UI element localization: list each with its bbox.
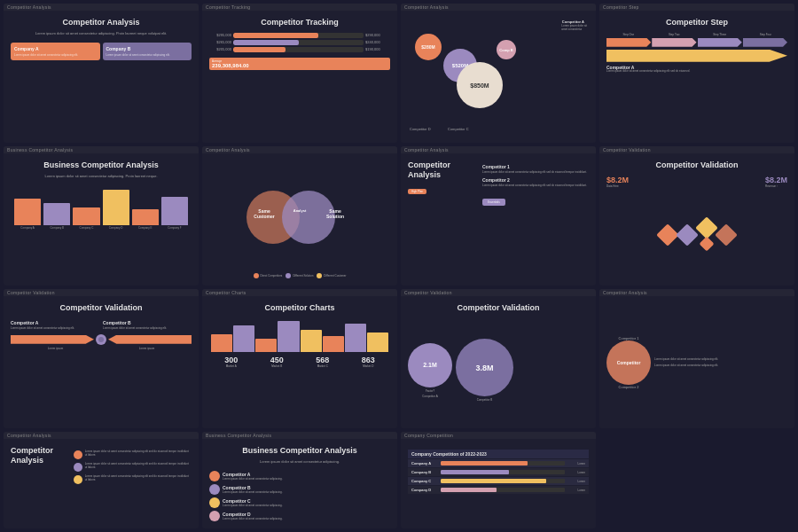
- slide-4-label: Competitor Step: [599, 4, 794, 11]
- bar-1a: [14, 199, 41, 225]
- venn-label-2: SameSolution: [321, 208, 349, 219]
- table-track-15-1: [441, 461, 565, 466]
- chart-bar-8: [367, 332, 388, 352]
- arrow-label-right: Lorem ipsum: [102, 347, 192, 350]
- slide-13-label: Competitor Analysis: [4, 432, 199, 439]
- table-pct-15-2: Lorem: [567, 471, 585, 474]
- arrow-left: [11, 335, 94, 344]
- diamonds-container: [606, 192, 787, 278]
- slide-2-stats: Average 239,308,984.00: [209, 58, 390, 70]
- legend-dot-3: [317, 273, 322, 278]
- slide-10-label: Competitor Charts: [202, 289, 397, 296]
- slide-8-values: $8.2M Data Here $8.2M Revenue ↑: [606, 176, 787, 188]
- slide-10-chart: [209, 317, 390, 352]
- circle-2-value: 3.8M: [475, 364, 493, 372]
- bar-col-6: Company F: [161, 197, 188, 230]
- table-row-15-2: Company B Lorem: [408, 468, 589, 476]
- slide-comp-circular: Competitor Analysis Competitor 1 Competi…: [599, 289, 794, 428]
- circle-1: 2.1M: [408, 343, 452, 387]
- slide-4-arrows: [606, 38, 787, 47]
- slide-7-left: CompetitorAnalysis High Plan: [408, 160, 479, 278]
- comp-desc-14-3: Lorem ipsum dolor sit amet consectetur a…: [223, 504, 390, 507]
- bar-col-3: Company C: [73, 207, 99, 230]
- slide-12-right: Lorem ipsum dolor sit amet consectetur a…: [651, 357, 787, 367]
- slide-9-arrows: [11, 334, 192, 345]
- table-header-15: Company Competition of 2022-2023: [408, 450, 589, 458]
- slide-5-label: Business Competitor Analysis: [4, 146, 199, 153]
- stat-val-4: 863: [347, 356, 391, 364]
- slide-comp-analysis-list: Competitor Analysis CompetitorAnalysis H…: [401, 146, 596, 286]
- comp-table-15: Company Competition of 2022-2023 Company…: [408, 450, 589, 494]
- slide-2-bars: $295,000 $290,000 $265,000 $240,000 $205…: [209, 33, 390, 54]
- center-text-12: Competitor: [617, 360, 641, 365]
- slide-7-title: CompetitorAnalysis: [408, 160, 479, 180]
- venn-legend: Direct Competitors Different Solution Di…: [209, 273, 390, 278]
- slide-4-comp-info: Competitor A Lorem ipsum dolor sit amet …: [606, 65, 787, 74]
- list-item-row-3: Lorem ipsum dolor sit amet consectetur a…: [74, 474, 192, 484]
- slide-2-stat-box: Average 239,308,984.00: [209, 58, 390, 70]
- bar-col-label-1: Company A: [20, 226, 35, 230]
- slide-10-stats: 300 Market A 450 Market B 568 Market C 8…: [209, 356, 390, 368]
- val1: $8.2M: [606, 176, 629, 184]
- slide-14-title: Business Competitor Analysis: [209, 446, 390, 456]
- comp-rows-14: Competitor A Lorem ipsum dolor sit amet …: [209, 471, 390, 521]
- bar-4a: [103, 190, 129, 225]
- list-dot-1: [74, 450, 82, 459]
- bar-2a: [43, 203, 70, 225]
- slide-comp-validation-arrows: Competitor Validation Competitor Validat…: [4, 289, 199, 428]
- label1: Data Here: [606, 184, 629, 188]
- slide-13-title: CompetitorAnalysis: [11, 446, 70, 466]
- slide-1-title: Competitor Analysis: [11, 18, 192, 27]
- chart-bar-4: [278, 321, 299, 352]
- table-row-15-3: Company C Lorem: [408, 477, 589, 485]
- stat-val-1: 300: [209, 356, 254, 364]
- high-btn: High Plan: [408, 189, 426, 194]
- comp-row-14-2: Competitor B Lorem ipsum dolor sit amet …: [209, 484, 390, 495]
- big-arrow-shape: [606, 50, 787, 62]
- stat-val-2: 450: [255, 356, 300, 364]
- center-icon-inner: [98, 337, 104, 342]
- bar-row-1: $295,000 $290,000: [209, 33, 390, 38]
- table-track-15-4: [441, 488, 565, 492]
- label2: Revenue ↑: [765, 184, 787, 188]
- table-track-15-2: [441, 470, 565, 474]
- table-fill-15-3: [441, 479, 546, 483]
- comp-icon-14-3: [209, 497, 220, 508]
- bar-col-label-3: Company C: [80, 226, 94, 230]
- slide-4-title: Competitor Step: [606, 18, 787, 27]
- list-text-2: Lorem ipsum dolor sit amet consectetur a…: [85, 462, 192, 469]
- diamond-group-2: [679, 227, 695, 243]
- box-b: Company B Lorem ipsum dolor sit amet con…: [103, 43, 192, 60]
- comp-row-14-4: Competitor D Lorem ipsum dolor sit amet …: [209, 511, 390, 521]
- slide-5-subtitle: Lorem ipsum dolor sit amet consectetur a…: [11, 174, 192, 178]
- table-track-15-3: [441, 479, 565, 483]
- slide-11-label: Competitor Validation: [401, 289, 596, 296]
- list-item-row-2: Lorem ipsum dolor sit amet consectetur a…: [74, 462, 192, 472]
- slide-comp-charts: Competitor Charts Competitor Charts 300 …: [202, 289, 397, 428]
- bar-col-5: Company E: [132, 209, 159, 230]
- comp-1-title: Competitor 1: [482, 164, 589, 169]
- comp1-label-12: Competitor 1: [619, 336, 639, 340]
- legend-item-1: Direct Competitors: [254, 273, 283, 278]
- slide-10-title: Competitor Charts: [209, 303, 390, 313]
- comp-a-name: Competitor A: [11, 320, 99, 325]
- table-row-15-4: Company D Lorem: [408, 486, 589, 494]
- arrow-right: [108, 335, 192, 344]
- venn-label-1: SameCustomer: [250, 208, 278, 219]
- comp-icon-14-4: [209, 511, 220, 521]
- bar-fill-1: [233, 33, 318, 38]
- chart-bar-2: [233, 325, 254, 352]
- slide-competitor-analysis-1: Competitor Analysis Competitor Analysis …: [4, 4, 199, 143]
- step-label-2: Step Two: [653, 33, 697, 36]
- slide-7-right: Competitor 1 Lorem ipsum dolor sit amet …: [482, 160, 589, 278]
- legend-dot-1: [254, 273, 259, 278]
- comp-list: Competitor 1 Lorem ipsum dolor sit amet …: [482, 164, 589, 187]
- slide-8-label: Competitor Validation: [599, 146, 794, 153]
- diamond-group-1: [660, 227, 676, 243]
- slide-competitor-tracking: Competitor Tracking Competitor Tracking …: [202, 4, 397, 143]
- slide-15-label: Company Competition: [401, 432, 596, 439]
- slide-2-label: Competitor Tracking: [202, 4, 397, 11]
- step-label-3: Step Three: [698, 33, 742, 36]
- slide-14-subtitle: Lorem ipsum dolor sit amet consectetur a…: [209, 459, 390, 464]
- comp-row-14-1: Competitor A Lorem ipsum dolor sit amet …: [209, 471, 390, 481]
